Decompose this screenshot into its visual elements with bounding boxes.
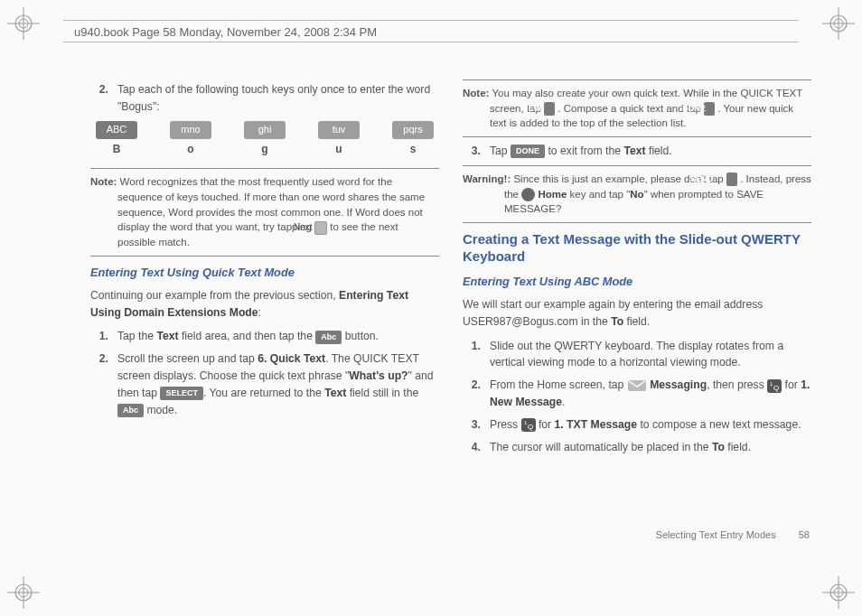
step-body: Tap each of the following touch keys onl… xyxy=(117,81,439,116)
page-footer: Selecting Text Entry Modes 58 xyxy=(656,529,810,540)
done-key-icon: DONE xyxy=(511,145,545,158)
warning-label: Warning!: xyxy=(463,173,511,184)
header-rule xyxy=(63,20,799,21)
warning-block: Warning!: Since this is just an example,… xyxy=(463,172,811,217)
abc-key-icon: Abc xyxy=(315,331,342,344)
separator xyxy=(90,168,439,169)
touch-key-tuv: tuv xyxy=(318,121,360,139)
touch-key-abc: ABC xyxy=(96,121,137,139)
paragraph: We will start our example again by enter… xyxy=(463,296,811,331)
letter: u xyxy=(318,141,360,158)
heading-qwerty: Creating a Text Message with the Slide-o… xyxy=(463,230,811,266)
crop-mark-br xyxy=(820,574,857,611)
separator xyxy=(90,256,439,257)
crop-mark-tr xyxy=(820,5,857,42)
step-body: The cursor will automatically be placed … xyxy=(490,439,811,456)
paragraph: Continuing our example from the previous… xyxy=(90,287,439,322)
left-column: 2. Tap each of the following touch keys … xyxy=(90,79,439,562)
letter: s xyxy=(392,141,434,158)
q-key-icon: 1Q xyxy=(521,418,536,432)
key-letter-row: B o g u s xyxy=(90,141,439,158)
touch-key-ghi: ghi xyxy=(244,121,286,139)
running-header: u940.book Page 58 Monday, November 24, 2… xyxy=(74,25,377,39)
separator xyxy=(463,136,811,137)
touch-key-row: ABC mno ghi tuv pqrs xyxy=(90,121,439,139)
step-body: Press 1Q for 1. TXT Message to compose a… xyxy=(490,416,811,434)
separator xyxy=(463,222,811,223)
letter: B xyxy=(96,141,137,158)
home-key-icon xyxy=(521,188,535,201)
crop-mark-tl xyxy=(5,5,42,42)
step-body: Tap DONE to exit from the Text field. xyxy=(490,143,811,160)
note-block: Note: Word recognizes that the most freq… xyxy=(90,174,439,249)
page-number: 58 xyxy=(799,529,810,540)
svg-text:Q: Q xyxy=(528,423,533,431)
step-body: Tap the Text field area, and then tap th… xyxy=(117,328,439,345)
touch-key-mno: mno xyxy=(170,121,211,139)
step-number: 2. xyxy=(90,350,117,419)
header-rule xyxy=(63,42,799,42)
send-key-icon: SEND xyxy=(726,173,737,186)
step-body: From the Home screen, tap Messaging, the… xyxy=(490,377,811,411)
step-number: 3. xyxy=(463,143,490,160)
messaging-icon xyxy=(627,379,647,392)
step-body: Scroll the screen up and tap 6. Quick Te… xyxy=(117,350,439,419)
subheading-quick-text: Entering Text Using Quick Text Mode xyxy=(90,264,439,282)
note-block: Note: You may also create your own quick… xyxy=(463,86,811,131)
step-body: Slide out the QWERTY keyboard. The displ… xyxy=(490,338,811,372)
touch-key-pqrs: pqrs xyxy=(392,121,434,139)
note-label: Note: xyxy=(90,176,117,187)
step-number: 2. xyxy=(463,377,490,411)
step-number: 3. xyxy=(463,416,490,434)
right-column: Note: You may also create your own quick… xyxy=(463,79,811,562)
note-label: Note: xyxy=(463,88,489,98)
select-key-icon: SELECT xyxy=(160,387,203,400)
next-key-icon: Next xyxy=(314,221,327,235)
new-key-icon: NEW xyxy=(544,102,555,116)
separator xyxy=(463,79,811,80)
section-title: Selecting Text Entry Modes xyxy=(656,529,776,540)
done-key-icon: DONE xyxy=(704,102,715,116)
crop-mark-bl xyxy=(5,574,42,611)
q-key-icon: 1Q xyxy=(767,379,782,393)
step-number: 2. xyxy=(90,81,117,116)
step-number: 1. xyxy=(463,338,490,372)
subheading-abc-mode: Entering Text Using ABC Mode xyxy=(463,273,811,291)
abc-key-icon: Abc xyxy=(117,404,144,417)
step-number: 1. xyxy=(90,328,117,345)
svg-text:Q: Q xyxy=(773,384,779,392)
letter: o xyxy=(170,141,211,158)
letter: g xyxy=(244,141,286,158)
separator xyxy=(463,165,811,166)
step-number: 4. xyxy=(463,439,490,456)
